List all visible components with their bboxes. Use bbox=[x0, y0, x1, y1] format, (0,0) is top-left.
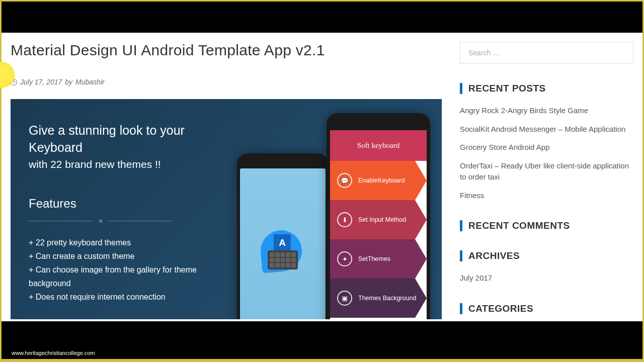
recent-posts-list: Angry Rock 2-Angry Birds Style Game Soci… bbox=[460, 105, 633, 201]
recent-posts-title: RECENT POSTS bbox=[460, 83, 633, 94]
hero-title: Give a stunning look to your Keyboard bbox=[29, 122, 223, 156]
divider: ✕ bbox=[29, 218, 223, 225]
recent-posts-widget: RECENT POSTS Angry Rock 2-Angry Birds St… bbox=[460, 83, 633, 201]
chat-icon: 💬 bbox=[337, 173, 352, 188]
post-link[interactable]: Grocery Store Android App bbox=[460, 143, 549, 151]
archives-list: July 2017 bbox=[460, 273, 633, 284]
keyboard-app-icon: A bbox=[261, 230, 305, 269]
list-item: Fitness bbox=[460, 190, 633, 202]
hero-banner: Give a stunning look to your Keyboard wi… bbox=[11, 99, 442, 319]
post-meta: July 17, 2017 by Mubashir bbox=[11, 78, 442, 86]
categories-widget: CATEGORIES bbox=[460, 303, 633, 314]
hero-subtitle: with 22 brand new themes !! bbox=[29, 158, 223, 170]
phone-mockup-2: Soft keyboard 💬 EnableKeyboard ⬇ Set Inp… bbox=[327, 113, 430, 319]
list-item: July 2017 bbox=[460, 273, 633, 284]
categories-title: CATEGORIES bbox=[460, 303, 633, 314]
archives-widget: ARCHIVES July 2017 bbox=[460, 250, 633, 284]
hero-text: Give a stunning look to your Keyboard wi… bbox=[11, 99, 237, 319]
menu-item-set-input: ⬇ Set Input Method bbox=[330, 200, 427, 239]
features-list: 22 pretty keyboard themes Can create a c… bbox=[29, 236, 223, 304]
menu-label: Set Input Method bbox=[358, 216, 406, 223]
post-link[interactable]: OrderTaxi – Ready Uber like client-side … bbox=[460, 161, 629, 182]
page-title: Material Design UI Android Template App … bbox=[11, 42, 442, 59]
feature-item: Can create a custom theme bbox=[29, 249, 223, 263]
phone-mockups: A Soft keyboard bbox=[237, 99, 438, 319]
post-link[interactable]: Fitness bbox=[460, 191, 484, 200]
features-heading: Features bbox=[29, 197, 223, 211]
palette-icon: ✦ bbox=[337, 251, 352, 266]
download-icon: ⬇ bbox=[337, 212, 352, 227]
post-link[interactable]: Angry Rock 2-Angry Birds Style Game bbox=[460, 106, 588, 115]
page-content: Material Design UI Android Template App … bbox=[2, 33, 642, 321]
list-item: SocialKit Android Messenger – Mobile App… bbox=[460, 124, 633, 135]
list-item: Grocery Store Android App bbox=[460, 142, 633, 153]
menu-label: SetThemes bbox=[358, 255, 390, 262]
post-link[interactable]: SocialKit Android Messenger – Mobile App… bbox=[460, 125, 625, 133]
list-item: OrderTaxi – Ready Uber like client-side … bbox=[460, 160, 633, 183]
menu-label: Themes Background bbox=[358, 295, 416, 302]
post-date: July 17, 2017 bbox=[20, 78, 62, 86]
sidebar: RECENT POSTS Angry Rock 2-Angry Birds St… bbox=[460, 42, 633, 321]
menu-item-set-themes: ✦ SetThemes bbox=[330, 239, 427, 279]
list-item: Angry Rock 2-Angry Birds Style Game bbox=[460, 105, 633, 117]
image-icon: ▣ bbox=[337, 291, 352, 306]
keyboard-keys-icon bbox=[268, 250, 298, 269]
recent-comments-title: RECENT COMMENTS bbox=[460, 220, 633, 231]
post-author: Mubashir bbox=[75, 78, 105, 86]
recent-comments-widget: RECENT COMMENTS bbox=[460, 220, 633, 231]
letter-a: A bbox=[274, 234, 291, 251]
soft-keyboard-header: Soft keyboard bbox=[330, 130, 427, 161]
archives-title: ARCHIVES bbox=[460, 250, 633, 261]
feature-item: 22 pretty keyboard themes bbox=[29, 236, 223, 249]
feature-item: Can choose image from the gallery for th… bbox=[29, 263, 223, 290]
archive-link[interactable]: July 2017 bbox=[460, 274, 492, 282]
menu-item-themes-bg: ▣ Themes Background bbox=[330, 279, 427, 318]
menu-label: EnableKeyboard bbox=[358, 177, 405, 184]
phone-1-screen: A bbox=[240, 168, 326, 319]
footer-url: www.heritagechristiancollege.com bbox=[12, 350, 95, 356]
by-label: by bbox=[65, 78, 72, 86]
main-column: Material Design UI Android Template App … bbox=[11, 42, 442, 321]
phone-mockup-1: A bbox=[237, 153, 329, 319]
feature-item: Does not require internet connection bbox=[29, 290, 223, 304]
search-input[interactable] bbox=[460, 42, 633, 64]
menu-item-enable-keyboard: 💬 EnableKeyboard bbox=[330, 161, 427, 200]
letterbox-top bbox=[2, 2, 642, 33]
phone-2-screen: Soft keyboard 💬 EnableKeyboard ⬇ Set Inp… bbox=[330, 130, 427, 319]
letterbox-bottom: www.heritagechristiancollege.com bbox=[2, 321, 642, 359]
